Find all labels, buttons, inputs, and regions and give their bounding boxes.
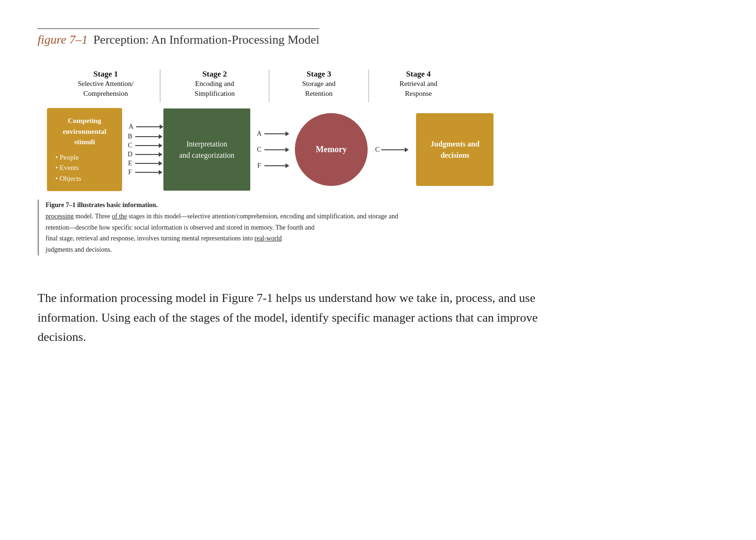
caption-ofthe: of the: [112, 213, 127, 220]
stage-1-name: Selective Attention/Comprehension: [78, 79, 134, 99]
stage-2-number: Stage 2: [202, 69, 227, 79]
stage-1-header: Stage 1 Selective Attention/Comprehensio…: [52, 69, 160, 99]
arrow-acf-f: F: [256, 162, 262, 170]
caption-line1: Figure 7–1 illustrates basic information…: [46, 200, 498, 211]
arrow-c-right: C: [375, 146, 409, 154]
diagram: Stage 1 Selective Attention/Comprehensio…: [38, 69, 718, 191]
caption-realworld: real-world: [255, 235, 282, 242]
caption-area: Figure 7–1 illustrates basic information…: [38, 200, 498, 255]
memory-circle: Memory: [295, 113, 368, 186]
arrow-d-label: D: [127, 151, 133, 158]
figure-label: figure 7–1: [38, 33, 88, 47]
figure-title: figure 7–1 Perception: An Information-Pr…: [38, 33, 319, 47]
bottom-paragraph: The information processing model in Figu…: [38, 291, 538, 344]
stage-4-name: Retrieval andResponse: [400, 79, 437, 99]
arrow-acf-c: C: [256, 146, 262, 154]
stimuli-item-people: • People: [55, 152, 114, 163]
caption-line4: final stage, retrieval and response, inv…: [46, 233, 498, 244]
interpretation-text: Interpretationand categorization: [179, 139, 235, 161]
judgments-text: Judgments anddecisions: [431, 139, 479, 161]
stage-3-name: Storage andRetention: [302, 79, 335, 99]
stage-3-header: Stage 3 Storage andRetention: [270, 69, 368, 99]
figure-title-block: figure 7–1 Perception: An Information-Pr…: [38, 28, 319, 47]
stimuli-title: Competingenvironmentalstimuli: [62, 116, 106, 147]
stage-3-number: Stage 3: [307, 69, 331, 79]
judgments-box: Judgments anddecisions: [416, 113, 494, 186]
stimuli-item-events: • Events: [55, 162, 114, 173]
stage-2-name: Encoding andSimplification: [194, 79, 235, 99]
caption-processing: processing: [46, 213, 74, 220]
stimuli-items: • People • Events • Objects: [55, 152, 114, 184]
memory-label: Memory: [316, 145, 347, 154]
figure-caption-title: Perception: An Information-Processing Mo…: [93, 33, 320, 47]
caption-line5: judgments and decisions.: [46, 244, 498, 255]
stage-4-number: Stage 4: [406, 69, 431, 79]
arrow-b-label: B: [127, 133, 133, 140]
caption-line2: processing model. Three of the stages in…: [46, 211, 498, 222]
arrow-acf-a: A: [256, 130, 262, 138]
diagram-content: Competingenvironmentalstimuli • People •…: [38, 108, 718, 191]
arrow-c-label-left: C: [127, 142, 133, 149]
bottom-text: The information processing model in Figu…: [38, 288, 554, 347]
interpretation-box: Interpretationand categorization: [163, 108, 250, 191]
stimuli-item-objects: • Objects: [55, 173, 114, 184]
stage-1-number: Stage 1: [93, 69, 118, 79]
stage-2-header: Stage 2 Encoding andSimplification: [161, 69, 269, 99]
arrow-f-label: F: [127, 169, 133, 176]
arrow-c-right-label: C: [375, 146, 379, 154]
caption-line3: retention—describe how specific social i…: [46, 222, 498, 233]
arrow-a-label: A: [128, 123, 134, 131]
stimuli-box: Competingenvironmentalstimuli • People •…: [47, 108, 122, 191]
stage-4-header: Stage 4 Retrieval andResponse: [369, 69, 468, 99]
caption-bold-text: Figure 7–1 illustrates basic information…: [46, 201, 158, 208]
arrow-e-label: E: [127, 160, 133, 167]
